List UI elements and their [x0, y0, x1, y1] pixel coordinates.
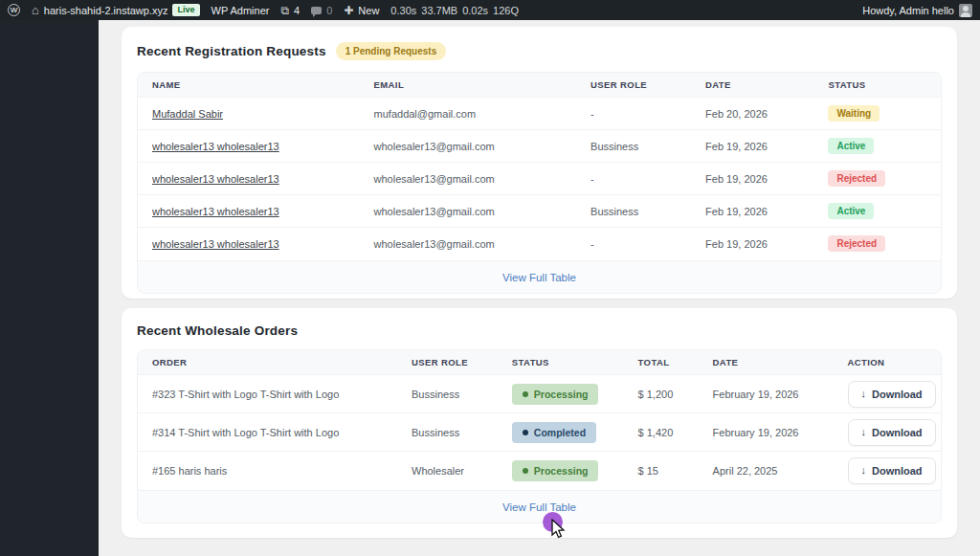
home-icon: ⌂ — [32, 4, 39, 16]
col-date: Date — [691, 73, 813, 98]
registration-card-title: Recent Registration Requests — [137, 44, 326, 58]
site-menu[interactable]: ⌂ haris-shahid-2.instawp.xyz Live — [32, 4, 200, 16]
date-cell: Feb 20, 2026 — [691, 98, 813, 130]
orders-table: Order User Role Status Total Date Action… — [138, 350, 941, 490]
registration-table: Name Email User Role Date Status Mufadda… — [138, 73, 941, 260]
query-monitor-menu[interactable]: 0.30s 33.7MB 0.02s 126Q — [390, 5, 519, 16]
date-cell: February 19, 2026 — [699, 375, 834, 413]
registrant-name-link[interactable]: Mufaddal Sabir — [152, 108, 223, 120]
wholesale-orders-card: Recent Wholesale Orders Order User Role … — [122, 308, 957, 538]
date-cell: April 22, 2025 — [699, 452, 834, 490]
total-cell: $ 1,200 — [624, 375, 699, 413]
wp-adminer-menu[interactable]: WP Adminer — [212, 5, 270, 16]
download-button[interactable]: ↓ Download — [848, 381, 936, 408]
date-cell: Feb 19, 2026 — [691, 228, 813, 260]
col-order: Order — [138, 350, 397, 375]
avatar — [959, 4, 972, 17]
status-badge: Rejected — [828, 235, 885, 252]
comments-count: 0 — [326, 5, 332, 16]
updates-menu[interactable]: ⧉ 4 — [280, 5, 300, 16]
status-badge: Processing — [512, 384, 599, 405]
user-role-cell: - — [576, 98, 691, 130]
download-button[interactable]: ↓ Download — [848, 457, 936, 484]
account-menu[interactable]: Howdy, Admin hello — [862, 4, 972, 17]
user-role-cell: Bussiness — [576, 130, 691, 163]
status-label: Completed — [534, 427, 586, 438]
download-label: Download — [872, 465, 923, 477]
col-date: Date — [699, 350, 834, 375]
pending-requests-badge: 1 Pending Requests — [336, 42, 447, 60]
status-badge: Rejected — [828, 170, 885, 187]
download-icon: ↓ — [861, 389, 867, 399]
date-cell: Feb 19, 2026 — [691, 195, 813, 228]
email-cell: wholesaler13@gmail.com — [360, 195, 577, 228]
table-row: wholesaler13 wholesaler13 wholesaler13@g… — [138, 228, 941, 260]
date-cell: February 19, 2026 — [699, 413, 834, 452]
total-cell: $ 1,420 — [624, 413, 699, 452]
wp-logo-menu[interactable]: W — [8, 4, 20, 16]
order-cell: #314 T-Shirt with Logo T-Shirt with Logo — [138, 413, 397, 452]
col-action: Action — [834, 350, 941, 375]
col-user-role: User Role — [576, 73, 691, 98]
order-cell: #165 haris haris — [138, 452, 397, 490]
comments-menu[interactable]: 0 — [311, 5, 332, 16]
email-cell: wholesaler13@gmail.com — [360, 130, 577, 163]
status-badge: Completed — [512, 422, 596, 443]
email-cell: wholesaler13@gmail.com — [360, 163, 577, 195]
registrant-name-link[interactable]: wholesaler13 wholesaler13 — [152, 173, 279, 185]
registration-requests-card: Recent Registration Requests 1 Pending R… — [122, 27, 957, 299]
status-badge: Waiting — [828, 105, 880, 122]
email-cell: wholesaler13@gmail.com — [360, 228, 577, 260]
table-row: #323 T-Shirt with Logo T-Shirt with Logo… — [138, 375, 941, 413]
col-email: Email — [360, 73, 577, 98]
date-cell: Feb 19, 2026 — [691, 163, 813, 195]
table-row: wholesaler13 wholesaler13 wholesaler13@g… — [138, 130, 941, 163]
date-cell: Feb 19, 2026 — [691, 130, 813, 163]
total-cell: $ 15 — [624, 452, 699, 490]
download-label: Download — [872, 427, 923, 438]
registrant-name-link[interactable]: wholesaler13 wholesaler13 — [152, 206, 279, 217]
orders-header-row: Order User Role Status Total Date Action — [138, 350, 941, 375]
new-content-menu[interactable]: ✚ New — [344, 5, 379, 16]
status-badge: Processing — [512, 460, 599, 481]
status-label: Processing — [534, 389, 589, 400]
registrant-name-link[interactable]: wholesaler13 wholesaler13 — [152, 238, 279, 250]
qm-memory: 33.7MB — [421, 5, 457, 16]
registrant-name-link[interactable]: wholesaler13 wholesaler13 — [152, 141, 279, 152]
col-status: Status — [813, 73, 941, 98]
mouse-cursor — [549, 519, 566, 540]
order-cell: #323 T-Shirt with Logo T-Shirt with Logo — [138, 375, 397, 413]
download-button[interactable]: ↓ Download — [848, 419, 936, 446]
status-dot-icon — [523, 430, 528, 435]
updates-icon: ⧉ — [280, 5, 289, 16]
qm-time: 0.30s — [390, 5, 416, 16]
orders-card-title: Recent Wholesale Orders — [137, 323, 298, 338]
user-role-cell: Wholesaler — [397, 452, 498, 490]
new-label: New — [358, 5, 379, 16]
registration-table-footer: View Full Table — [138, 260, 941, 293]
email-cell: mufaddal@gmail.com — [360, 98, 577, 130]
table-row: #314 T-Shirt with Logo T-Shirt with Logo… — [138, 413, 941, 452]
wordpress-logo-icon: W — [8, 4, 20, 16]
orders-table-footer: View Full Table — [138, 490, 941, 523]
comments-icon — [311, 7, 322, 14]
site-name: haris-shahid-2.instawp.xyz — [44, 5, 168, 16]
registration-view-full-table-link[interactable]: View Full Table — [502, 272, 576, 283]
col-status: Status — [498, 350, 624, 375]
col-total: Total — [624, 350, 699, 375]
admin-bar: W ⌂ haris-shahid-2.instawp.xyz Live WP A… — [0, 0, 980, 20]
status-label: Processing — [534, 465, 589, 477]
user-role-cell: Bussiness — [397, 375, 498, 413]
qm-queries: 126Q — [493, 5, 519, 16]
user-role-cell: - — [576, 163, 691, 195]
admin-sidebar[interactable] — [0, 20, 99, 556]
live-badge: Live — [172, 4, 199, 16]
plus-icon: ✚ — [344, 5, 353, 16]
orders-view-full-table-link[interactable]: View Full Table — [502, 501, 576, 513]
updates-count: 4 — [294, 5, 300, 16]
registration-header-row: Name Email User Role Date Status — [138, 73, 941, 98]
download-icon: ↓ — [861, 465, 867, 476]
user-role-cell: Bussiness — [397, 413, 498, 452]
download-icon: ↓ — [861, 427, 867, 437]
table-row: wholesaler13 wholesaler13 wholesaler13@g… — [138, 195, 941, 228]
